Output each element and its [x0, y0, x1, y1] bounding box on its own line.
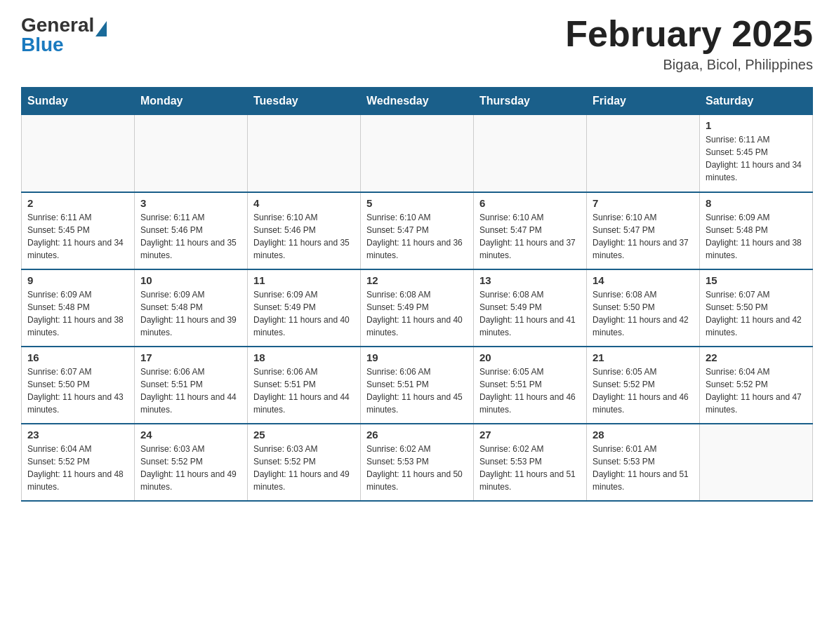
calendar-cell: 20Sunrise: 6:05 AM Sunset: 5:51 PM Dayli…: [474, 347, 587, 424]
day-info: Sunrise: 6:10 AM Sunset: 5:46 PM Dayligh…: [253, 211, 355, 262]
day-info: Sunrise: 6:06 AM Sunset: 5:51 PM Dayligh…: [253, 365, 355, 416]
weekday-header-wednesday: Wednesday: [361, 88, 474, 115]
calendar-cell: [361, 115, 474, 192]
day-number: 18: [253, 351, 355, 363]
day-number: 21: [593, 351, 694, 363]
calendar-cell: 12Sunrise: 6:08 AM Sunset: 5:49 PM Dayli…: [361, 269, 474, 347]
calendar-body: 1Sunrise: 6:11 AM Sunset: 5:45 PM Daylig…: [22, 115, 813, 501]
calendar-cell: 25Sunrise: 6:03 AM Sunset: 5:52 PM Dayli…: [248, 424, 361, 501]
day-info: Sunrise: 6:06 AM Sunset: 5:51 PM Dayligh…: [140, 365, 241, 416]
day-info: Sunrise: 6:02 AM Sunset: 5:53 PM Dayligh…: [366, 443, 468, 493]
calendar-cell: 14Sunrise: 6:08 AM Sunset: 5:50 PM Dayli…: [587, 269, 700, 347]
day-number: 19: [366, 351, 468, 363]
calendar-subtitle: Bigaa, Bicol, Philippines: [565, 57, 813, 73]
calendar-cell: 17Sunrise: 6:06 AM Sunset: 5:51 PM Dayli…: [135, 347, 248, 424]
calendar-cell: 24Sunrise: 6:03 AM Sunset: 5:52 PM Dayli…: [135, 424, 248, 501]
weekday-header-sunday: Sunday: [22, 88, 135, 115]
calendar-cell: [474, 115, 587, 192]
calendar-cell: [135, 115, 248, 192]
day-number: 14: [593, 274, 694, 286]
calendar-week-row: 1Sunrise: 6:11 AM Sunset: 5:45 PM Daylig…: [22, 115, 813, 192]
calendar-cell: 23Sunrise: 6:04 AM Sunset: 5:52 PM Dayli…: [22, 424, 135, 501]
day-number: 28: [593, 429, 694, 441]
weekday-header-tuesday: Tuesday: [248, 88, 361, 115]
calendar-cell: 7Sunrise: 6:10 AM Sunset: 5:47 PM Daylig…: [587, 192, 700, 269]
day-info: Sunrise: 6:08 AM Sunset: 5:50 PM Dayligh…: [593, 288, 694, 339]
day-number: 20: [479, 351, 581, 363]
page-header: General Blue February 2025 Bigaa, Bicol,…: [21, 14, 813, 73]
day-number: 23: [27, 429, 128, 441]
calendar-cell: 8Sunrise: 6:09 AM Sunset: 5:48 PM Daylig…: [700, 192, 813, 269]
day-info: Sunrise: 6:04 AM Sunset: 5:52 PM Dayligh…: [27, 443, 128, 493]
weekday-header-monday: Monday: [135, 88, 248, 115]
calendar-cell: 18Sunrise: 6:06 AM Sunset: 5:51 PM Dayli…: [248, 347, 361, 424]
logo-triangle-icon: [95, 21, 107, 36]
calendar-week-row: 23Sunrise: 6:04 AM Sunset: 5:52 PM Dayli…: [22, 424, 813, 501]
calendar-cell: 4Sunrise: 6:10 AM Sunset: 5:46 PM Daylig…: [248, 192, 361, 269]
day-info: Sunrise: 6:09 AM Sunset: 5:48 PM Dayligh…: [706, 211, 807, 262]
calendar-cell: 6Sunrise: 6:10 AM Sunset: 5:47 PM Daylig…: [474, 192, 587, 269]
day-info: Sunrise: 6:11 AM Sunset: 5:45 PM Dayligh…: [706, 133, 807, 184]
weekday-header-saturday: Saturday: [700, 88, 813, 115]
calendar-table: SundayMondayTuesdayWednesdayThursdayFrid…: [21, 87, 813, 502]
day-number: 11: [253, 274, 355, 286]
day-number: 25: [253, 429, 355, 441]
day-info: Sunrise: 6:07 AM Sunset: 5:50 PM Dayligh…: [27, 365, 128, 416]
calendar-cell: 15Sunrise: 6:07 AM Sunset: 5:50 PM Dayli…: [700, 269, 813, 347]
day-number: 5: [366, 197, 468, 209]
calendar-cell: 11Sunrise: 6:09 AM Sunset: 5:49 PM Dayli…: [248, 269, 361, 347]
day-info: Sunrise: 6:06 AM Sunset: 5:51 PM Dayligh…: [366, 365, 468, 416]
calendar-cell: 3Sunrise: 6:11 AM Sunset: 5:46 PM Daylig…: [135, 192, 248, 269]
calendar-cell: 19Sunrise: 6:06 AM Sunset: 5:51 PM Dayli…: [361, 347, 474, 424]
day-number: 2: [27, 197, 128, 209]
day-info: Sunrise: 6:11 AM Sunset: 5:46 PM Dayligh…: [140, 211, 241, 262]
day-info: Sunrise: 6:03 AM Sunset: 5:52 PM Dayligh…: [253, 443, 355, 493]
day-number: 7: [593, 197, 694, 209]
calendar-cell: [248, 115, 361, 192]
day-number: 10: [140, 274, 241, 286]
day-number: 13: [479, 274, 581, 286]
calendar-cell: 21Sunrise: 6:05 AM Sunset: 5:52 PM Dayli…: [587, 347, 700, 424]
day-info: Sunrise: 6:02 AM Sunset: 5:53 PM Dayligh…: [479, 443, 581, 493]
day-info: Sunrise: 6:05 AM Sunset: 5:51 PM Dayligh…: [479, 365, 581, 416]
calendar-week-row: 9Sunrise: 6:09 AM Sunset: 5:48 PM Daylig…: [22, 269, 813, 347]
calendar-cell: [587, 115, 700, 192]
logo: General Blue: [21, 14, 107, 56]
calendar-cell: 2Sunrise: 6:11 AM Sunset: 5:45 PM Daylig…: [22, 192, 135, 269]
calendar-cell: 27Sunrise: 6:02 AM Sunset: 5:53 PM Dayli…: [474, 424, 587, 501]
calendar-cell: 10Sunrise: 6:09 AM Sunset: 5:48 PM Dayli…: [135, 269, 248, 347]
day-info: Sunrise: 6:10 AM Sunset: 5:47 PM Dayligh…: [479, 211, 581, 262]
day-number: 27: [479, 429, 581, 441]
day-number: 26: [366, 429, 468, 441]
day-info: Sunrise: 6:05 AM Sunset: 5:52 PM Dayligh…: [593, 365, 694, 416]
weekday-header-row: SundayMondayTuesdayWednesdayThursdayFrid…: [22, 88, 813, 115]
calendar-header: SundayMondayTuesdayWednesdayThursdayFrid…: [22, 88, 813, 115]
calendar-cell: 9Sunrise: 6:09 AM Sunset: 5:48 PM Daylig…: [22, 269, 135, 347]
day-number: 22: [706, 351, 807, 363]
day-info: Sunrise: 6:09 AM Sunset: 5:48 PM Dayligh…: [27, 288, 128, 339]
day-info: Sunrise: 6:01 AM Sunset: 5:53 PM Dayligh…: [593, 443, 694, 493]
day-info: Sunrise: 6:09 AM Sunset: 5:48 PM Dayligh…: [140, 288, 241, 339]
calendar-week-row: 2Sunrise: 6:11 AM Sunset: 5:45 PM Daylig…: [22, 192, 813, 269]
day-number: 15: [706, 274, 807, 286]
day-info: Sunrise: 6:10 AM Sunset: 5:47 PM Dayligh…: [366, 211, 468, 262]
calendar-cell: 28Sunrise: 6:01 AM Sunset: 5:53 PM Dayli…: [587, 424, 700, 501]
day-number: 1: [706, 119, 807, 131]
calendar-cell: 22Sunrise: 6:04 AM Sunset: 5:52 PM Dayli…: [700, 347, 813, 424]
day-info: Sunrise: 6:11 AM Sunset: 5:45 PM Dayligh…: [27, 211, 128, 262]
calendar-cell: 1Sunrise: 6:11 AM Sunset: 5:45 PM Daylig…: [700, 115, 813, 192]
calendar-cell: 13Sunrise: 6:08 AM Sunset: 5:49 PM Dayli…: [474, 269, 587, 347]
weekday-header-thursday: Thursday: [474, 88, 587, 115]
calendar-cell: 16Sunrise: 6:07 AM Sunset: 5:50 PM Dayli…: [22, 347, 135, 424]
calendar-cell: [700, 424, 813, 501]
day-info: Sunrise: 6:08 AM Sunset: 5:49 PM Dayligh…: [366, 288, 468, 339]
calendar-cell: 5Sunrise: 6:10 AM Sunset: 5:47 PM Daylig…: [361, 192, 474, 269]
day-number: 24: [140, 429, 241, 441]
day-info: Sunrise: 6:08 AM Sunset: 5:49 PM Dayligh…: [479, 288, 581, 339]
day-number: 16: [27, 351, 128, 363]
day-info: Sunrise: 6:04 AM Sunset: 5:52 PM Dayligh…: [706, 365, 807, 416]
day-number: 3: [140, 197, 241, 209]
calendar-cell: 26Sunrise: 6:02 AM Sunset: 5:53 PM Dayli…: [361, 424, 474, 501]
day-number: 4: [253, 197, 355, 209]
day-number: 9: [27, 274, 128, 286]
